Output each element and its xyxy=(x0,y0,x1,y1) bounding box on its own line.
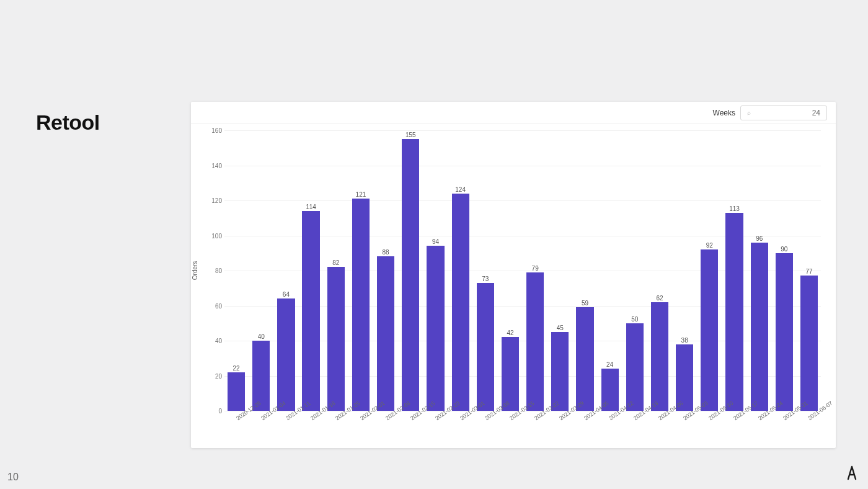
bar-value-label: 90 xyxy=(781,246,787,253)
bar-slot: 94 xyxy=(423,130,447,411)
x-tick: 2021-05-10 xyxy=(696,411,721,448)
x-tick: 2021-05-03 xyxy=(671,411,696,448)
bar xyxy=(701,249,718,411)
bar-slot: 90 xyxy=(773,130,796,411)
x-tick: 2021-01-18 xyxy=(299,411,324,448)
weeks-input-icon: ⌕ xyxy=(747,109,751,116)
bar-value-label: 94 xyxy=(432,238,439,245)
bar xyxy=(302,211,319,411)
bar-slot: 40 xyxy=(249,130,273,411)
bar xyxy=(776,253,793,411)
bar-value-label: 124 xyxy=(455,186,466,193)
bar-value-label: 73 xyxy=(482,276,489,282)
bar xyxy=(402,139,419,411)
bar-value-label: 121 xyxy=(356,191,366,198)
y-tick-label: 20 xyxy=(205,372,222,379)
bar-value-label: 82 xyxy=(332,259,339,266)
bar xyxy=(551,332,569,411)
chart-plot: 0204060801001201401602240641148212188155… xyxy=(224,130,821,411)
bar xyxy=(228,372,245,411)
bar xyxy=(377,256,394,411)
x-tick: 2021-04-19 xyxy=(622,411,647,448)
bar-slot: 62 xyxy=(648,130,671,411)
bar-value-label: 62 xyxy=(656,295,663,302)
y-tick-label: 100 xyxy=(205,232,222,239)
bar xyxy=(800,276,818,411)
bar xyxy=(252,341,270,411)
bar-slot: 114 xyxy=(299,130,323,411)
x-tick: 2021-04-05 xyxy=(572,411,597,448)
bar xyxy=(452,194,469,411)
bar xyxy=(725,213,743,411)
bar-value-label: 42 xyxy=(507,330,513,336)
bar-slot: 50 xyxy=(623,130,647,411)
bar-value-label: 45 xyxy=(557,325,564,331)
bar-slot: 79 xyxy=(523,130,547,411)
bar-slot: 92 xyxy=(698,130,721,411)
bar xyxy=(576,307,593,411)
y-tick-label: 120 xyxy=(205,197,222,204)
x-tick: 2021-03-01 xyxy=(448,411,473,448)
bar-slot: 82 xyxy=(324,130,348,411)
x-tick: 2021-02-22 xyxy=(423,411,448,448)
bar-slot: 22 xyxy=(224,130,248,411)
bar xyxy=(626,323,644,411)
x-tick: 2021-01-25 xyxy=(324,411,348,448)
y-tick-label: 80 xyxy=(205,267,222,274)
bar-slot: 124 xyxy=(449,130,472,411)
weeks-input[interactable]: ⌕ 24 xyxy=(740,105,827,120)
x-tick: 2021-02-08 xyxy=(373,411,398,448)
bar xyxy=(277,298,294,411)
bar-value-label: 38 xyxy=(681,337,688,344)
x-tick: 2021-03-08 xyxy=(473,411,498,448)
bar-value-label: 113 xyxy=(729,205,740,212)
bar-slot: 96 xyxy=(748,130,771,411)
y-tick-label: 0 xyxy=(205,408,222,415)
y-tick-label: 140 xyxy=(205,162,222,169)
bar-slot: 77 xyxy=(797,130,821,411)
x-tick: 2021-02-15 xyxy=(399,411,423,448)
x-axis-ticks: 2020-12-282021-01-042021-01-112021-01-18… xyxy=(224,411,821,448)
bar-value-label: 64 xyxy=(283,291,290,298)
x-tick: 2020-12-28 xyxy=(224,411,249,448)
x-tick: 2021-04-12 xyxy=(597,411,622,448)
bar-slot: 64 xyxy=(274,130,298,411)
x-tick: 2021-05-24 xyxy=(746,411,771,448)
bars-container: 2240641148212188155941247342794559245062… xyxy=(224,130,821,411)
x-tick: 2021-06-07 xyxy=(796,411,821,448)
x-tick: 2021-05-31 xyxy=(771,411,796,448)
bar-value-label: 88 xyxy=(383,249,389,256)
bar-value-label: 79 xyxy=(532,265,539,272)
bar xyxy=(352,199,370,411)
bar xyxy=(651,302,668,411)
bar-slot: 113 xyxy=(722,130,746,411)
bar xyxy=(502,337,519,411)
bar-value-label: 40 xyxy=(258,333,265,340)
bar-slot: 73 xyxy=(474,130,497,411)
chart-body: Orders 020406080100120140160224064114821… xyxy=(191,124,836,448)
bar-value-label: 92 xyxy=(706,242,713,249)
x-tick: 2021-01-04 xyxy=(249,411,274,448)
page-number: 10 xyxy=(7,472,19,483)
bar-slot: 88 xyxy=(374,130,397,411)
x-tick: 2021-01-11 xyxy=(274,411,299,448)
x-tick: 2021-03-22 xyxy=(523,411,547,448)
weeks-label: Weeks xyxy=(713,109,735,117)
bar-value-label: 50 xyxy=(631,316,638,323)
bar xyxy=(427,246,444,411)
x-tick: 2021-02-01 xyxy=(348,411,373,448)
bar-slot: 59 xyxy=(573,130,596,411)
bar-value-label: 24 xyxy=(606,361,613,368)
x-tick: 2021-05-17 xyxy=(722,411,746,448)
bar xyxy=(327,267,345,411)
bar-slot: 38 xyxy=(673,130,696,411)
bar-slot: 121 xyxy=(349,130,373,411)
bar-slot: 24 xyxy=(598,130,622,411)
anthropic-logo-icon xyxy=(843,464,861,484)
y-axis-label: Orders xyxy=(192,261,198,280)
bar-slot: 42 xyxy=(498,130,522,411)
x-tick: 2021-04-26 xyxy=(647,411,671,448)
bar-value-label: 22 xyxy=(233,365,240,372)
y-tick-label: 160 xyxy=(205,127,222,134)
page-title: Retool xyxy=(36,110,100,135)
